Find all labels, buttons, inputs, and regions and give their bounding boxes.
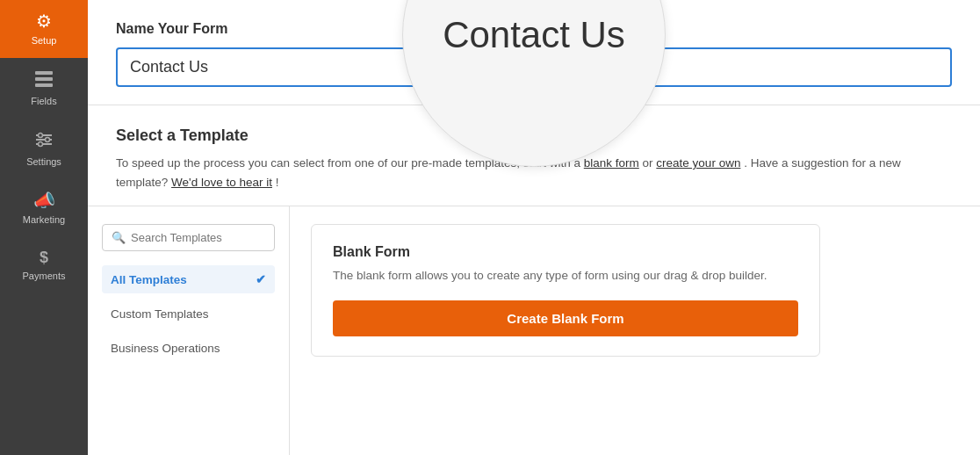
svg-point-6 xyxy=(39,134,43,138)
exclamation: ! xyxy=(276,176,279,189)
blank-form-card: Blank Form The blank form allows you to … xyxy=(311,224,820,357)
svg-rect-1 xyxy=(35,77,53,81)
sidebar-item-setup[interactable]: ⚙ Setup xyxy=(0,0,88,58)
sidebar-item-label: Settings xyxy=(26,156,61,167)
zoom-circle-text: Contact Us xyxy=(443,14,625,56)
nav-custom-templates[interactable]: Custom Templates xyxy=(102,300,275,328)
megaphone-icon: 📣 xyxy=(33,191,55,209)
svg-rect-2 xyxy=(35,83,53,87)
checkmark-icon: ✔ xyxy=(256,272,266,286)
nav-business-operations[interactable]: Business Operations xyxy=(102,335,275,362)
template-content-panel: Blank Form The blank form allows you to … xyxy=(290,206,980,455)
gear-icon: ⚙ xyxy=(36,12,52,30)
blank-form-desc: The blank form allows you to create any … xyxy=(333,267,798,285)
svg-rect-0 xyxy=(35,71,53,75)
sidebar-item-label: Fields xyxy=(31,96,56,106)
template-picker: 🔍 All Templates ✔ Custom Templates Busin… xyxy=(88,206,980,455)
dollar-icon: $ xyxy=(40,249,48,265)
sidebar-item-marketing[interactable]: 📣 Marketing xyxy=(0,179,88,237)
nav-label: All Templates xyxy=(111,273,187,286)
blank-form-title: Blank Form xyxy=(333,244,798,260)
svg-point-7 xyxy=(46,138,50,142)
nav-label: Business Operations xyxy=(111,342,220,355)
nav-label: Custom Templates xyxy=(111,307,209,321)
create-your-own-link[interactable]: create your own xyxy=(656,156,740,170)
template-list-panel: 🔍 All Templates ✔ Custom Templates Busin… xyxy=(88,206,290,455)
suggestion-link[interactable]: We'd love to hear it xyxy=(171,176,272,189)
blank-form-link[interactable]: blank form xyxy=(584,156,639,170)
template-search-box[interactable]: 🔍 xyxy=(102,224,275,251)
svg-point-8 xyxy=(39,142,43,147)
sidebar-item-label: Payments xyxy=(23,271,66,281)
main-content: Name Your Form Contact Us Select a Templ… xyxy=(88,0,980,455)
sidebar-item-fields[interactable]: Fields xyxy=(0,58,88,119)
settings-icon xyxy=(34,131,54,151)
name-form-section: Name Your Form Contact Us xyxy=(88,0,980,105)
sidebar-item-settings[interactable]: Settings xyxy=(0,119,88,179)
desc-or: or xyxy=(643,156,657,170)
nav-all-templates[interactable]: All Templates ✔ xyxy=(102,265,275,293)
sidebar-item-label: Marketing xyxy=(23,214,65,225)
search-icon: 🔍 xyxy=(112,231,126,244)
create-blank-form-button[interactable]: Create Blank Form xyxy=(333,300,798,336)
sidebar: ⚙ Setup Fields Settings 📣 Market xyxy=(0,0,88,455)
fields-icon xyxy=(34,70,54,90)
search-input[interactable] xyxy=(131,231,265,244)
sidebar-item-label: Setup xyxy=(32,35,57,46)
sidebar-item-payments[interactable]: $ Payments xyxy=(0,237,88,293)
